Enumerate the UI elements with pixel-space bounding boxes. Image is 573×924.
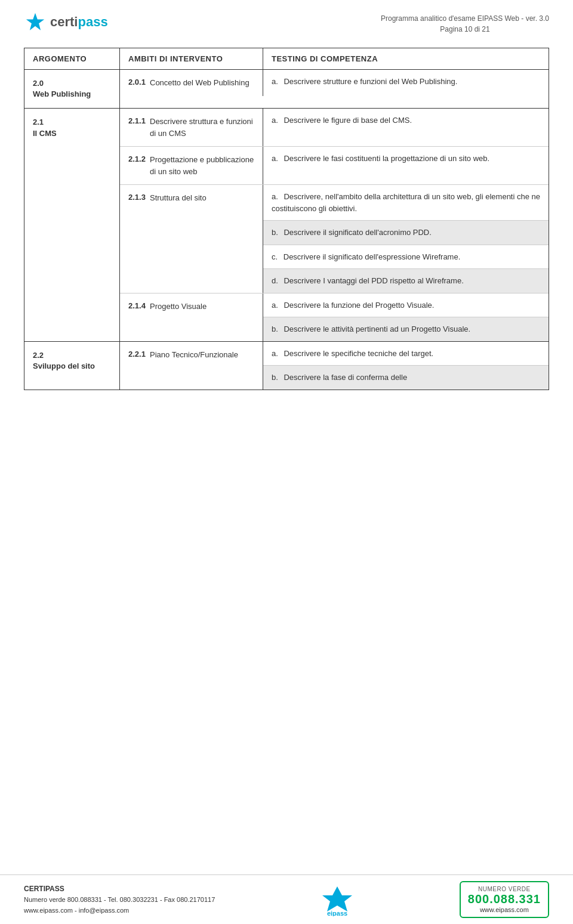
sub-number-2-1-3: 2.1.3 <box>128 192 150 204</box>
testing-items-2-1-4: a. Descrivere la funzione del Progetto V… <box>263 293 549 341</box>
sub-label-2-1-4: 2.1.4 Progetto Visuale <box>120 293 263 341</box>
item-text: Descrivere strutture e funzioni del Web … <box>284 77 457 86</box>
section-2-1-label: 2.1 Il CMS <box>24 109 120 341</box>
section-2-1: 2.1 Il CMS 2.1.1 Descrivere struttura e … <box>24 108 549 341</box>
sub-title-2-2-1: Piano Tecnico/Funzionale <box>150 349 254 361</box>
main-content: ARGOMENTO AMBITI DI INTERVENTO TESTING D… <box>0 42 573 402</box>
item-letter: b. <box>272 373 278 382</box>
item-letter: c. <box>272 252 278 261</box>
testing-item-2-1-1-a: a. Descrivere le figure di base del CMS. <box>263 109 549 132</box>
item-text: Descrivere le specifiche tecniche del ta… <box>284 349 433 358</box>
testing-item-2-1-3-b: b. Descrivere il significato dell'acroni… <box>263 220 549 245</box>
section-2-0-number: 2.0 <box>33 78 91 89</box>
section-2-0: 2.0 Web Publishing 2.0.1 Concetto del We… <box>24 69 549 108</box>
phone-number: 800.088.331 <box>468 892 541 906</box>
testing-item-2-1-3-a: a. Descrivere, nell'ambito della archite… <box>263 185 549 220</box>
section-2-1-content: 2.1.1 Descrivere struttura e funzioni di… <box>120 109 549 341</box>
item-text: Descrivere, nell'ambito della architettu… <box>272 192 540 213</box>
subsection-2-1-4: 2.1.4 Progetto Visuale a. Descrivere la … <box>120 293 549 341</box>
item-letter: a. <box>272 116 278 125</box>
page-footer: CERTIPASS Numero verde 800.088331 - Tel.… <box>0 874 573 924</box>
section-2-0-title: Web Publishing <box>33 89 91 100</box>
sub-title-2-1-1: Descrivere struttura e funzioni di un CM… <box>150 116 254 139</box>
item-text: Descrivere I vantaggi del PDD rispetto a… <box>284 276 463 285</box>
col-header-argomento: ARGOMENTO <box>24 48 120 69</box>
section-2-0-label: 2.0 Web Publishing <box>24 70 120 108</box>
item-letter: b. <box>272 325 278 333</box>
logo-pass: pass <box>78 14 107 30</box>
sub-title-2-0-1: Concetto del Web Publishing <box>150 77 254 89</box>
testing-item-2-1-3-c: c. Descrivere il significato dell'espres… <box>263 245 549 269</box>
sub-number-2-0-1: 2.0.1 <box>128 77 150 89</box>
testing-items-2-0-1: a. Descrivere strutture e funzioni del W… <box>263 70 549 96</box>
section-2-2: 2.2 Sviluppo del sito 2.2.1 Piano Tecnic… <box>24 341 549 390</box>
item-letter: a. <box>272 349 278 358</box>
item-text: Descrivere le attività pertinenti ad un … <box>284 325 470 333</box>
section-2-2-number: 2.2 <box>33 350 95 361</box>
testing-item-2-1-4-b: b. Descrivere le attività pertinenti ad … <box>263 317 549 341</box>
item-letter: a. <box>272 77 278 86</box>
item-text: Descrivere la fase di conferma delle <box>284 373 407 382</box>
subsection-2-1-2: 2.1.2 Progettazione e pubblicazione di u… <box>120 146 549 184</box>
footer-center: eipass <box>313 883 361 916</box>
svg-marker-1 <box>322 886 352 911</box>
main-table: 2.0 Web Publishing 2.0.1 Concetto del We… <box>24 69 549 390</box>
footer-address-2: www.eipass.com - info@eipass.com <box>24 906 215 916</box>
item-text: Descrivere il significato dell'acronimo … <box>284 228 431 237</box>
sub-title-2-1-2: Progettazione e pubblicazione di un sito… <box>150 154 254 177</box>
subsection-2-1-1: 2.1.1 Descrivere struttura e funzioni di… <box>120 109 549 146</box>
section-2-2-label: 2.2 Sviluppo del sito <box>24 342 120 390</box>
certipass-logo-icon <box>24 11 47 33</box>
section-2-1-number: 2.1 <box>33 117 57 128</box>
subsection-2-2-1: 2.2.1 Piano Tecnico/Funzionale a. Descri… <box>120 342 549 390</box>
svg-marker-0 <box>26 13 44 30</box>
item-letter: a. <box>272 301 278 310</box>
page-header: certi pass Programma analitico d'esame E… <box>0 0 573 42</box>
testing-items-2-1-1: a. Descrivere le figure di base del CMS. <box>263 109 549 146</box>
sub-label-2-1-1: 2.1.1 Descrivere struttura e funzioni di… <box>120 109 263 146</box>
item-letter: d. <box>272 276 278 285</box>
section-2-2-title: Sviluppo del sito <box>33 361 95 372</box>
page-info: Programma analitico d'esame EIPASS Web -… <box>381 11 549 35</box>
subsection-2-0-1: 2.0.1 Concetto del Web Publishing a. Des… <box>120 70 549 96</box>
testing-items-2-1-3: a. Descrivere, nell'ambito della archite… <box>263 185 549 293</box>
company-name: CERTIPASS <box>24 883 215 895</box>
item-text: Descrivere il significato dell'espressio… <box>284 252 461 261</box>
sub-label-2-1-2: 2.1.2 Progettazione e pubblicazione di u… <box>120 147 263 184</box>
sub-title-2-1-4: Progetto Visuale <box>150 301 254 313</box>
logo-certi: certi <box>50 14 78 30</box>
item-letter: a. <box>272 192 278 201</box>
logo-area: certi pass <box>24 11 108 33</box>
item-letter: a. <box>272 154 278 163</box>
section-2-2-content: 2.2.1 Piano Tecnico/Funzionale a. Descri… <box>120 342 549 390</box>
program-title: Programma analitico d'esame EIPASS Web -… <box>381 13 549 24</box>
sub-number-2-2-1: 2.2.1 <box>128 349 150 361</box>
item-text: Descrivere la funzione del Progetto Visu… <box>284 301 434 310</box>
testing-item-2-2-1-b: b. Descrivere la fase di conferma delle <box>263 365 549 390</box>
item-text: Descrivere le figure di base del CMS. <box>284 116 412 125</box>
col-header-ambiti: AMBITI DI INTERVENTO <box>120 48 263 69</box>
item-text: Descrivere le fasi costituenti la proget… <box>284 154 489 163</box>
footer-left: CERTIPASS Numero verde 800.088331 - Tel.… <box>24 883 215 916</box>
column-headers: ARGOMENTO AMBITI DI INTERVENTO TESTING D… <box>24 48 549 69</box>
testing-item-2-0-1-a: a. Descrivere strutture e funzioni del W… <box>263 70 549 94</box>
sub-label-2-1-3: 2.1.3 Struttura del sito <box>120 185 263 293</box>
sub-label-2-0-1: 2.0.1 Concetto del Web Publishing <box>120 70 263 96</box>
testing-item-2-2-1-a: a. Descrivere le specifiche tecniche del… <box>263 342 549 366</box>
testing-item-2-1-3-d: d. Descrivere I vantaggi del PDD rispett… <box>263 268 549 293</box>
section-2-1-title: Il CMS <box>33 128 57 139</box>
col-header-testing: TESTING DI COMPETENZA <box>263 48 549 69</box>
footer-right: NUMERO VERDE 800.088.331 www.eipass.com <box>460 881 549 918</box>
sub-number-2-1-4: 2.1.4 <box>128 301 150 313</box>
footer-website: www.eipass.com <box>468 906 541 913</box>
testing-item-2-1-4-a: a. Descrivere la funzione del Progetto V… <box>263 293 549 317</box>
sub-label-2-2-1: 2.2.1 Piano Tecnico/Funzionale <box>120 342 263 390</box>
sub-title-2-1-3: Struttura del sito <box>150 192 254 204</box>
subsection-2-1-3: 2.1.3 Struttura del sito a. Descrivere, … <box>120 184 549 293</box>
numero-verde-label: NUMERO VERDE <box>468 886 541 892</box>
page-number: Pagina 10 di 21 <box>381 24 549 35</box>
svg-text:eipass: eipass <box>327 910 347 916</box>
testing-items-2-1-2: a. Descrivere le fasi costituenti la pro… <box>263 147 549 184</box>
footer-address-1: Numero verde 800.088331 - Tel. 080.30322… <box>24 895 215 906</box>
sub-number-2-1-1: 2.1.1 <box>128 116 150 139</box>
